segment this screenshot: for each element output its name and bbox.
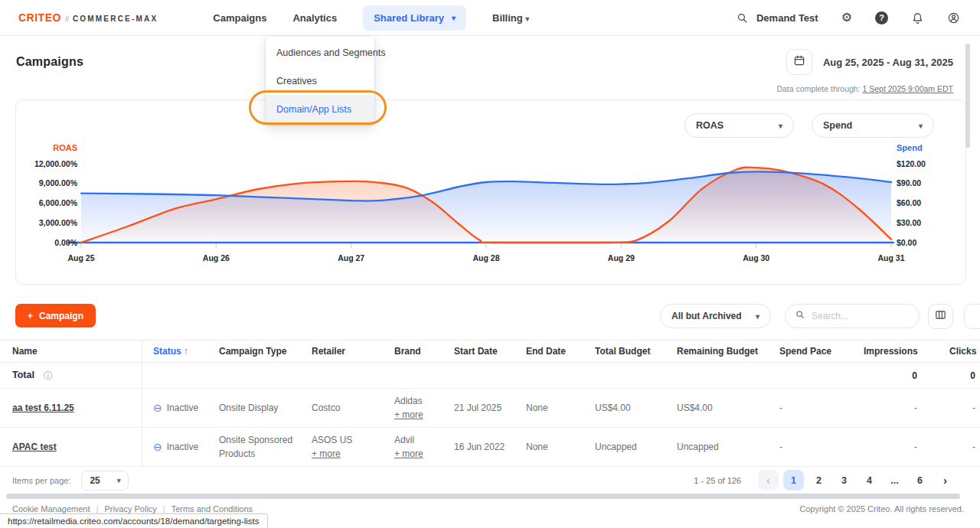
plus-icon: + (28, 311, 33, 321)
vertical-scrollbar[interactable] (965, 44, 970, 148)
terms-and-conditions-link[interactable]: Terms and Conditions (172, 504, 253, 513)
table-row: APAC test ⊖Inactive Onsite Sponsored Pro… (0, 428, 980, 467)
inactive-status-icon: ⊖ (153, 442, 162, 452)
more-tools-button-cutoff[interactable] (964, 304, 980, 329)
items-per-page-select[interactable]: 25 ▾ (81, 471, 129, 491)
page-button-1[interactable]: 1 (783, 470, 804, 491)
svg-text:Spend: Spend (897, 143, 923, 152)
notifications-bell-icon[interactable] (911, 11, 924, 24)
start-date-cell: 21 Jul 2025 (443, 401, 515, 415)
left-metric-select[interactable]: ROAS ▾ (684, 113, 794, 138)
cookie-management-link[interactable]: Cookie Management (12, 504, 90, 513)
info-icon[interactable]: ⓘ (44, 369, 53, 383)
page-button-6[interactable]: 6 (910, 470, 930, 491)
svg-text:0.00%: 0.00% (54, 238, 77, 247)
col-header-brand[interactable]: Brand (384, 344, 443, 358)
date-range-picker: Aug 25, 2025 - Aug 31, 2025 (786, 49, 953, 75)
col-header-remaining-budget[interactable]: Remaining Budget (666, 344, 769, 358)
sort-asc-icon: ↑ (184, 346, 188, 357)
svg-text:Aug 29: Aug 29 (608, 253, 635, 262)
archive-filter-select[interactable]: All but Archived ▾ (660, 304, 771, 328)
svg-text:6,000.00%: 6,000.00% (39, 198, 78, 207)
col-header-impressions[interactable]: Impressions (853, 344, 939, 358)
page-title: Campaigns (16, 55, 83, 69)
svg-text:ROAS: ROAS (53, 143, 77, 152)
spend-pace-cell: - (769, 401, 853, 415)
nav-item-shared-library[interactable]: Shared Library ▾ (363, 5, 466, 31)
table-total-row: Totalⓘ 0 0 (0, 363, 980, 389)
privacy-policy-link[interactable]: Privacy Policy (104, 504, 156, 513)
settings-gear-icon[interactable]: ⚙ (841, 11, 852, 24)
end-date-cell: None (515, 401, 584, 415)
page-button-4[interactable]: 4 (859, 470, 880, 491)
svg-text:Aug 28: Aug 28 (472, 253, 499, 262)
chevron-down-icon: ▾ (756, 312, 760, 321)
remaining-budget-cell: Uncapped (666, 440, 769, 454)
account-search[interactable]: Demand Test (736, 11, 818, 24)
more-brands-link[interactable]: + more (394, 447, 443, 461)
logo-separator: // (65, 15, 69, 23)
page-button-3[interactable]: 3 (834, 470, 854, 491)
nav-item-campaigns[interactable]: Campaigns (213, 12, 266, 24)
performance-chart-card: ROAS ▾ Spend ▾ Aug 25Aug 26Aug 27Aug 28A… (15, 99, 966, 285)
columns-icon (934, 308, 947, 324)
menu-item-audiences-and-segments[interactable]: Audiences and Segments (266, 38, 374, 67)
col-header-total-budget[interactable]: Total Budget (584, 344, 666, 358)
nav-right: Demand Test ⚙ ? (736, 11, 960, 24)
calendar-button[interactable] (786, 49, 812, 75)
col-header-spend-pace[interactable]: Spend Pace (769, 344, 853, 358)
svg-text:Aug 30: Aug 30 (743, 253, 769, 262)
chevron-down-icon: ▾ (919, 122, 923, 130)
table-header-row: Name Status↑ Campaign Type Retailer Bran… (0, 340, 980, 363)
page-ellipsis: ... (884, 470, 905, 491)
app-window: CRITEO // COMMERCE-MAX Campaigns Analyti… (0, 0, 980, 528)
svg-text:9,000.00%: 9,000.00% (39, 178, 78, 187)
menu-item-creatives[interactable]: Creatives (266, 67, 374, 95)
svg-text:$120.00: $120.00 (897, 159, 926, 168)
next-page-button[interactable]: › (935, 470, 956, 491)
prev-page-button[interactable]: ‹ (758, 470, 779, 491)
search-input[interactable] (812, 311, 903, 321)
chevron-down-icon: ▾ (117, 477, 121, 484)
add-campaign-button[interactable]: + Campaign (15, 304, 96, 328)
col-header-status[interactable]: Status↑ (142, 344, 208, 358)
campaign-name-link[interactable]: aa test 6.11.25 (12, 401, 74, 415)
col-header-retailer[interactable]: Retailer (301, 344, 384, 358)
pagination-range: 1 - 25 of 126 (694, 476, 741, 485)
help-icon[interactable]: ? (875, 11, 888, 24)
col-header-start-date[interactable]: Start Date (443, 344, 515, 358)
copyright-text: Copyright © 2025 Criteo. All rights rese… (799, 504, 964, 513)
column-settings-button[interactable] (928, 304, 953, 329)
page-button-2[interactable]: 2 (808, 470, 829, 491)
svg-text:$60.00: $60.00 (897, 198, 921, 207)
shared-library-menu: Audiences and Segments Creatives Domain/… (266, 37, 374, 125)
more-retailers-link[interactable]: + more (312, 447, 384, 461)
col-header-campaign-type[interactable]: Campaign Type (208, 344, 301, 358)
horizontal-scrollbar[interactable] (6, 494, 960, 499)
criteo-logo[interactable]: CRITEO // COMMERCE-MAX (18, 11, 158, 24)
nav-item-billing[interactable]: Billing ▾ (492, 12, 529, 24)
col-header-name[interactable]: Name (0, 341, 142, 362)
table-row: aa test 6.11.25 ⊖Inactive Onsite Display… (0, 389, 980, 428)
total-label: Totalⓘ (0, 363, 142, 388)
clicks-cell: - (939, 440, 980, 454)
svg-text:$90.00: $90.00 (897, 178, 921, 187)
data-complete-note: Data complete through: 1 Sept 2025 9:00a… (776, 84, 953, 93)
menu-item-domain-app-lists[interactable]: Domain/App Lists (266, 95, 374, 123)
col-header-end-date[interactable]: End Date (515, 344, 584, 358)
remaining-budget-cell: US$4.00 (666, 401, 769, 415)
account-name: Demand Test (756, 12, 818, 24)
items-per-page-label: Items per page: (12, 476, 70, 485)
right-metric-select[interactable]: Spend ▾ (812, 113, 934, 138)
data-complete-link[interactable]: 1 Sept 2025 9:00am EDT (863, 84, 954, 93)
impressions-cell: - (853, 401, 939, 415)
account-avatar-icon[interactable] (947, 11, 960, 24)
campaigns-table: Name Status↑ Campaign Type Retailer Bran… (0, 340, 980, 467)
campaign-name-link[interactable]: APAC test (12, 440, 57, 454)
more-brands-link[interactable]: + more (394, 408, 443, 422)
date-range-value[interactable]: Aug 25, 2025 - Aug 31, 2025 (823, 57, 953, 68)
top-nav: CRITEO // COMMERCE-MAX Campaigns Analyti… (0, 0, 980, 36)
svg-text:12,000.00%: 12,000.00% (34, 159, 78, 168)
nav-item-analytics[interactable]: Analytics (292, 12, 337, 24)
col-header-clicks[interactable]: Clicks (939, 344, 980, 358)
